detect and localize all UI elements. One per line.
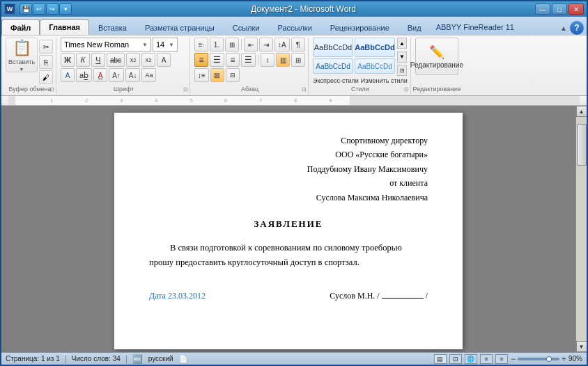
view-print-button[interactable]: ▤ (434, 354, 447, 364)
tab-layout[interactable]: Разметка страницы (136, 19, 224, 35)
numbering-button[interactable]: 1. (210, 38, 224, 51)
tab-review[interactable]: Рецензирование (321, 19, 399, 35)
vertical-scrollbar[interactable]: ▲ ▼ (575, 106, 587, 352)
language-icon[interactable]: 📄 (179, 355, 187, 363)
style-preview-h1[interactable]: AaBbCcDd (355, 38, 395, 57)
superscript-button[interactable]: x2 (141, 53, 155, 67)
scroll-track[interactable] (576, 117, 587, 341)
document-area[interactable]: Спортивному директору ООО «Русские богат… (1, 106, 575, 352)
scroll-up-button[interactable]: ▲ (576, 106, 587, 117)
style-preview-h2[interactable]: AaBbCcDd (313, 58, 353, 74)
clipboard-expand-icon[interactable]: ⊡ (49, 86, 54, 93)
document-heading: ЗАЯВЛЕНИЕ (149, 218, 428, 230)
styles-scroll-down[interactable]: ▼ (397, 51, 407, 63)
close-button[interactable]: ✕ (568, 3, 584, 15)
sort-button[interactable]: ↕A (274, 38, 290, 51)
tab-mailings[interactable]: Рассылки (268, 19, 320, 35)
express-styles-button[interactable]: Экспресс-стили (313, 77, 359, 84)
cut-button[interactable]: ✂ (39, 40, 53, 54)
strikethrough-button[interactable]: abc (107, 53, 125, 67)
shrink-font-button[interactable]: A↓ (125, 68, 141, 82)
addressee-line-1: Спортивному директору (149, 134, 428, 148)
undo-button[interactable]: ↩ (33, 3, 45, 15)
zoom-in-button[interactable]: + (562, 354, 566, 364)
word-icon: W (4, 3, 15, 15)
status-right: ▤ ⊡ 🌐 ≡ ≡ − + 90% (434, 354, 582, 364)
tab-insert[interactable]: Вставка (89, 19, 136, 35)
minimize-button[interactable]: — (535, 3, 550, 15)
change-styles-button[interactable]: Изменить стили (361, 77, 408, 84)
redo-button[interactable]: ↪ (46, 3, 59, 15)
tab-view[interactable]: Вид (399, 19, 431, 35)
font-name-selector[interactable]: Times New Roman ▼ (61, 38, 151, 51)
para-spacing-button[interactable]: ↕≡ (194, 68, 209, 82)
clear-format-button[interactable]: A (157, 53, 171, 67)
zoom-level: 90% (568, 355, 582, 363)
align-right-button[interactable]: ≡ (226, 53, 240, 67)
font-expand-icon[interactable]: ⊡ (183, 86, 188, 93)
zoom-out-button[interactable]: − (511, 354, 516, 364)
font-size-selector[interactable]: 14 ▼ (153, 38, 178, 51)
paste-button[interactable]: 📋 Вставить ▼ (6, 38, 38, 72)
tab-home[interactable]: Главная (40, 19, 89, 35)
spell-check-icon[interactable]: 🔤 (132, 354, 143, 364)
para-border2-button[interactable]: ⊟ (226, 68, 240, 82)
word-count: Число слов: 34 (72, 355, 121, 363)
styles-more[interactable]: ⊡ (397, 65, 407, 76)
font-color-button[interactable]: A (93, 68, 107, 82)
style-preview-normal[interactable]: AaBbCcDd (313, 38, 353, 57)
tab-references[interactable]: Ссылки (224, 19, 269, 35)
line-spacing-button[interactable]: ↕ (261, 53, 274, 67)
addressee-line-3: Поддубному Ивану Максимовичу (149, 162, 428, 176)
customize-qat-button[interactable]: ▾ (59, 3, 72, 15)
underline-button[interactable]: Ч (91, 53, 105, 67)
view-web-button[interactable]: 🌐 (465, 354, 477, 364)
editing-group-label: Редактирование (412, 86, 461, 93)
zoom-slider-thumb[interactable] (546, 356, 552, 362)
para-shading2-button[interactable]: ▨ (210, 68, 224, 82)
editing-button[interactable]: ✏️ Редактирование (415, 38, 458, 75)
page-info: Страница: 1 из 1 (6, 355, 60, 363)
decrease-indent-button[interactable]: ⇤ (244, 38, 258, 51)
title-bar: W 💾 ↩ ↪ ▾ Документ2 - Microsoft Word — □… (1, 1, 587, 17)
increase-indent-button[interactable]: ⇥ (259, 38, 273, 51)
highlight-button[interactable]: ab̲ (76, 68, 92, 82)
bullets-button[interactable]: ≡· (194, 38, 208, 51)
copy-button[interactable]: ⎘ (39, 55, 53, 69)
align-center-button[interactable]: ☰ (210, 53, 224, 67)
borders-button[interactable]: ⊞ (291, 53, 305, 67)
styles-scroll-up[interactable]: ▲ (397, 38, 407, 49)
zoom-slider[interactable] (518, 358, 559, 360)
italic-button[interactable]: К (76, 53, 90, 67)
document-page[interactable]: Спортивному директору ООО «Русские богат… (114, 113, 463, 349)
shading-button[interactable]: ▥ (276, 53, 290, 67)
save-button[interactable]: 💾 (20, 3, 32, 15)
ribbon-collapse-button[interactable]: ▲ (560, 24, 567, 32)
grow-font-button[interactable]: A↑ (109, 68, 124, 82)
tab-abbyy[interactable]: ABBYY FineReader 11 (431, 19, 520, 35)
format-painter-button[interactable]: 🖌 (39, 70, 53, 84)
document-inner: Спортивному директору ООО «Русские богат… (1, 106, 575, 352)
view-fullscreen-button[interactable]: ⊡ (449, 354, 462, 364)
show-marks-button[interactable]: ¶ (291, 38, 305, 51)
view-outline-button[interactable]: ≡ (480, 354, 493, 364)
maximize-button[interactable]: □ (552, 3, 567, 15)
styles-expand-icon[interactable]: ⊡ (404, 86, 409, 93)
subscript-button[interactable]: x2 (126, 53, 140, 67)
title-bar-left: W 💾 ↩ ↪ ▾ (4, 3, 72, 15)
style-preview-h3[interactable]: AaBbCcDd (355, 58, 395, 74)
align-left-button[interactable]: ≡ (194, 53, 208, 67)
justify-button[interactable]: ☰ (241, 53, 256, 67)
help-button[interactable]: ? (570, 21, 584, 35)
view-draft-button[interactable]: ≡ (495, 354, 508, 364)
status-sep-1 (65, 355, 66, 363)
bold-button[interactable]: Ж (61, 53, 75, 67)
tab-file[interactable]: Файл (1, 19, 40, 35)
scroll-thumb[interactable] (577, 124, 587, 166)
paragraph-expand-icon[interactable]: ⊡ (302, 86, 307, 93)
multilevel-list-button[interactable]: ⊞ (225, 38, 239, 51)
ribbon-content: 📋 Вставить ▼ ✂ ⎘ 🖌 Буфер обмена ⊡ (1, 35, 587, 95)
text-effects-button[interactable]: A (61, 68, 75, 82)
change-case-button[interactable]: Aa (141, 68, 156, 82)
scroll-down-button[interactable]: ▼ (576, 341, 587, 352)
